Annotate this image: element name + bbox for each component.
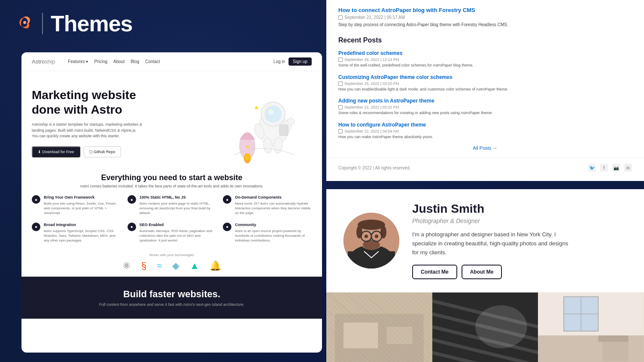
hero-heading: Marketing website done with Astro: [32, 88, 209, 117]
page-title: Themes: [51, 11, 133, 36]
svg-rect-50: [538, 293, 644, 362]
svg-point-8: [268, 109, 273, 115]
svg-rect-56: [603, 340, 629, 361]
svg-rect-41: [432, 293, 538, 362]
recent-post-3-meta: September 22, 2022 | 03:22 PM: [338, 105, 632, 109]
profile-bio: I'm a photographer and designer based in…: [412, 230, 575, 257]
feature-6-desc: Astro is an open source project powered …: [235, 229, 312, 243]
calendar-icon-4: [338, 129, 343, 133]
blog-content: How to connect AstroPaper blog with Fore…: [326, 0, 644, 157]
feature-5-desc: Automatic sitemaps, RSS feeds, paginatio…: [140, 229, 216, 243]
svg-rect-52: [538, 293, 644, 335]
photo-cell-3: [538, 293, 644, 362]
svg-point-31: [375, 235, 378, 238]
nav-about[interactable]: About: [113, 59, 125, 64]
banner-title: Build faster websites.: [32, 289, 312, 300]
profile-avatar: [343, 213, 399, 268]
feature-5-icon: ●: [128, 223, 136, 231]
feature-5: ● SEO Enabled Automatic sitemaps, RSS fe…: [128, 223, 216, 243]
astroship-nav: Astroship Features ▾ Pricing About Blog …: [21, 52, 322, 71]
linkedin-icon[interactable]: in: [624, 164, 632, 172]
feature-5-title: SEO Enabled: [140, 223, 216, 227]
twitter-icon[interactable]: 🐦: [588, 164, 596, 172]
profile-panel: Justin Smith Photographer & Designer I'm…: [326, 189, 644, 362]
tech-icons: ⚛ § ≈ ◆ ▲ 🔔: [32, 260, 312, 272]
recent-post-4: How to configure AstroPaper theme Septem…: [338, 122, 632, 140]
recent-post-3-link[interactable]: Adding new posts in AstroPaper theme: [338, 98, 632, 104]
recent-post-1-link[interactable]: Predefined color schemes: [338, 50, 632, 56]
build-faster-banner: Build faster websites. Pull content from…: [21, 277, 322, 319]
header: Themes: [0, 0, 326, 47]
svg-text:★: ★: [254, 104, 259, 111]
calendar-icon-3: [338, 105, 343, 109]
profile-info: Justin Smith Photographer & Designer I'm…: [412, 202, 627, 279]
tech-label: Works with your technologies: [32, 253, 312, 257]
svg-line-43: [432, 301, 538, 327]
feature-1-icon: ●: [32, 195, 40, 204]
banner-subtitle: Pull content from anywhere and serve it …: [32, 302, 312, 307]
nav-pricing[interactable]: Pricing: [94, 59, 107, 64]
instagram-icon[interactable]: 📷: [612, 164, 620, 172]
login-link[interactable]: Log in: [273, 59, 285, 64]
svelte-icon: §: [141, 260, 146, 272]
tech-section: Works with your technologies ⚛ § ≈ ◆ ▲ 🔔: [21, 250, 322, 277]
header-divider: [42, 13, 43, 34]
calendar-icon-1: [338, 57, 343, 62]
feature-1: ● Bring Your Own Framework Build your si…: [32, 195, 121, 216]
svg-rect-53: [564, 297, 598, 331]
about-me-button[interactable]: About Me: [462, 265, 502, 279]
facebook-icon[interactable]: f: [600, 164, 608, 172]
astroship-nav-links: Features ▾ Pricing About Blog Contact: [68, 59, 265, 64]
profile-section: Justin Smith Photographer & Designer I'm…: [326, 189, 644, 293]
nav-blog[interactable]: Blog: [131, 59, 139, 64]
footer-copyright: Copyright © 2022 | All rights reserved.: [338, 166, 410, 170]
svg-point-11: [288, 118, 295, 125]
bell-icon: 🔔: [210, 260, 221, 272]
nav-features[interactable]: Features ▾: [68, 59, 88, 64]
svg-point-30: [365, 235, 368, 238]
recent-post-1-desc: Some of the well-crafted, predefined col…: [338, 63, 632, 68]
feature-2-desc: Astro renders your entire page to static…: [140, 201, 216, 216]
svg-point-7: [264, 106, 282, 123]
astroship-brand: Astroship: [32, 58, 55, 65]
svg-text:★: ★: [246, 144, 250, 150]
profile-role: Photographer & Designer: [412, 217, 627, 224]
calendar-icon-2: [338, 81, 343, 86]
recent-post-4-link[interactable]: How to configure AstroPaper theme: [338, 122, 632, 128]
profile-name: Justin Smith: [412, 202, 627, 216]
feature-1-desc: Build your site using React, Svelte, Vue…: [44, 201, 121, 216]
svg-rect-42: [432, 293, 538, 362]
recent-post-2-desc: How you can enable/disable light & dark …: [338, 87, 632, 92]
person-photo: [343, 213, 399, 268]
recent-post-3: Adding new posts in AstroPaper theme Sep…: [338, 98, 632, 116]
feature-2-icon: ●: [128, 195, 136, 204]
github-button[interactable]: ⬡ Github Repo: [84, 146, 121, 157]
all-posts-link[interactable]: All Posts →: [338, 145, 632, 151]
recent-post-1: Predefined color schemes September 26, 2…: [338, 50, 632, 68]
netlify-icon: ▲: [190, 260, 199, 272]
nav-contact[interactable]: Contact: [145, 59, 160, 64]
hero-illustration: ★ ★: [217, 84, 312, 161]
signup-button[interactable]: Sign up: [289, 57, 312, 66]
calendar-icon: [338, 15, 343, 20]
svg-rect-57: [598, 335, 629, 342]
svg-point-0: [23, 21, 26, 24]
feature-6: ● Community Astro is an open source proj…: [223, 223, 312, 243]
svg-rect-51: [538, 335, 644, 362]
contact-me-button[interactable]: Contact Me: [412, 265, 457, 279]
tailwind-icon: ≈: [157, 260, 162, 272]
react-icon: ⚛: [122, 260, 131, 272]
photo-cell-2: [432, 293, 538, 362]
recent-post-4-desc: How you can make AstroPaper theme absolu…: [338, 134, 632, 140]
recent-post-2-link[interactable]: Customizing AstroPaper theme color schem…: [338, 74, 632, 80]
svg-line-44: [432, 314, 538, 340]
download-button[interactable]: ⬇ Download for Free: [32, 146, 80, 157]
features-subtitle: Astro comes batteries included. It takes…: [21, 184, 322, 188]
feature-3-title: On-Demand Components: [235, 195, 312, 199]
hero-text: Marketing website done with Astro Astros…: [32, 88, 209, 157]
featured-post-link[interactable]: How to connect AstroPaper blog with Fore…: [338, 7, 632, 13]
svg-line-37: [326, 327, 398, 362]
blog-panel: How to connect AstroPaper blog with Fore…: [326, 0, 644, 181]
features-grid: ● Bring Your Own Framework Build your si…: [21, 195, 322, 250]
svg-point-3: [245, 154, 249, 160]
